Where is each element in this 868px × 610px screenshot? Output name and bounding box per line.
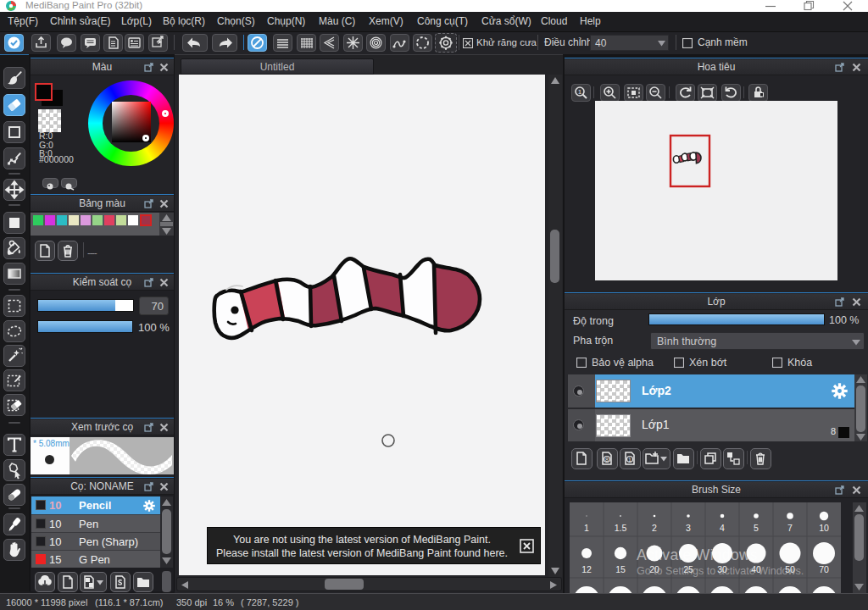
svg-text:2: 2 bbox=[652, 523, 657, 533]
svg-text:1: 1 bbox=[578, 88, 582, 96]
svg-text:12: 12 bbox=[581, 564, 592, 574]
svg-text:1.5: 1.5 bbox=[615, 523, 627, 533]
svg-text:3: 3 bbox=[686, 523, 691, 533]
svg-text:70: 70 bbox=[819, 564, 829, 574]
svg-text:10: 10 bbox=[819, 523, 829, 533]
svg-text:15: 15 bbox=[615, 564, 626, 574]
svg-text:7: 7 bbox=[787, 523, 793, 533]
svg-text:4: 4 bbox=[720, 523, 725, 533]
svg-text:1: 1 bbox=[584, 523, 589, 533]
svg-text:1: 1 bbox=[628, 457, 632, 463]
svg-text:8: 8 bbox=[605, 457, 609, 463]
svg-text:5: 5 bbox=[754, 523, 759, 533]
